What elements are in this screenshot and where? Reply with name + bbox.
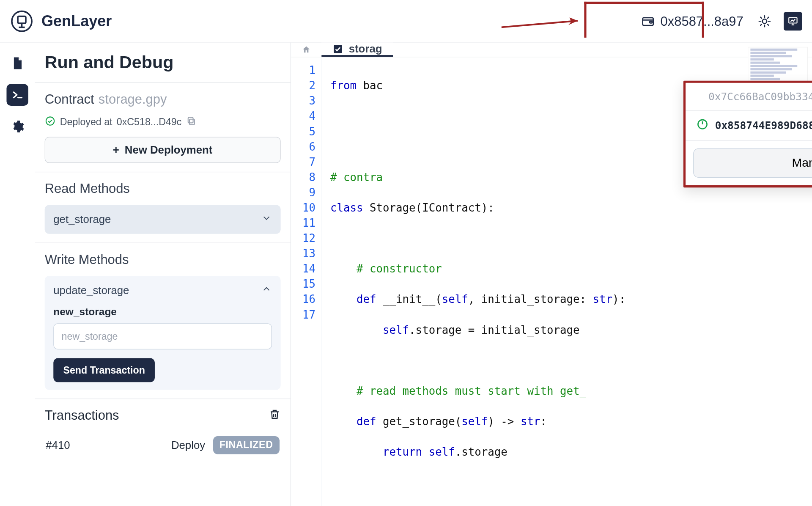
copy-icon[interactable]	[186, 116, 197, 129]
home-tab[interactable]	[291, 43, 321, 57]
run-debug-rail-button[interactable]	[6, 84, 28, 106]
wallet-address-short: 0x8587...8a97	[661, 14, 743, 29]
svg-rect-22	[188, 117, 193, 123]
terminal-icon	[11, 88, 24, 102]
deployed-address: 0xC518...D49c	[117, 117, 181, 128]
account-address: 0x7Cc66BaC09bb3348094Ea2936a452CED015aAc…	[708, 91, 812, 102]
svg-line-14	[768, 17, 769, 18]
new-deployment-label: New Deployment	[125, 144, 213, 157]
code-editor: storag 1234567891011121314151617 from ba…	[291, 43, 812, 506]
read-methods-heading: Read Methods	[45, 181, 281, 196]
account-address: 0x858744E989D688C5f02ec2388342cc34Edf88a…	[715, 119, 812, 131]
power-icon	[697, 118, 708, 133]
send-transaction-button[interactable]: Send Transaction	[53, 358, 155, 382]
transaction-status-badge: FINALIZED	[213, 436, 280, 454]
svg-line-11	[760, 17, 762, 18]
run-debug-panel: Run and Debug Contract storage.gpy Deplo…	[35, 43, 291, 506]
line-gutter: 1234567891011121314151617	[291, 57, 321, 506]
account-row[interactable]: 0x7Cc66BaC09bb3348094Ea2936a452CED015aAc…	[686, 83, 812, 111]
plus-icon: +	[113, 144, 119, 157]
settings-rail-button[interactable]	[6, 116, 28, 138]
contract-label: Contract	[45, 91, 94, 107]
presentation-button[interactable]	[784, 12, 802, 30]
files-rail-button[interactable]	[6, 52, 28, 74]
transactions-heading: Transactions	[45, 408, 119, 423]
file-icon	[10, 56, 25, 71]
transaction-id: #410	[46, 439, 70, 451]
svg-rect-1	[18, 16, 26, 23]
write-method-row[interactable]: update_storage	[53, 283, 272, 297]
home-icon	[302, 44, 311, 55]
code-content[interactable]: from bac # contra class Storage(IContrac…	[321, 57, 691, 506]
chevron-up-icon	[261, 283, 272, 297]
file-tab[interactable]: storag	[321, 43, 393, 57]
svg-point-20	[46, 117, 54, 125]
write-methods-heading: Write Methods	[45, 252, 281, 267]
check-icon	[45, 116, 56, 129]
param-input[interactable]	[53, 323, 272, 349]
write-method-name: update_storage	[53, 284, 129, 297]
account-row[interactable]: 0x858744E989D688C5f02ec2388342cc34Edf88a…	[686, 111, 812, 141]
wallet-icon	[641, 14, 655, 28]
brand-logo-icon	[10, 9, 34, 33]
manage-accounts-button[interactable]: Manage accounts	[693, 148, 812, 178]
app-header: GenLayer 0x8587...8a97	[0, 0, 812, 43]
contract-filename: storage.gpy	[99, 91, 167, 107]
svg-rect-5	[650, 21, 652, 23]
checkbox-icon	[332, 43, 343, 54]
accounts-popover: 0x7Cc66BaC09bb3348094Ea2936a452CED015aAc…	[683, 81, 812, 188]
activity-rail	[0, 43, 35, 506]
wallet-button[interactable]: 0x8587...8a97	[635, 10, 749, 32]
new-deployment-button[interactable]: + New Deployment	[45, 137, 281, 163]
file-tab-label: storag	[349, 43, 382, 55]
transaction-row[interactable]: #410 Deploy FINALIZED	[45, 436, 281, 454]
svg-point-0	[12, 11, 32, 31]
deployed-label: Deployed at	[60, 117, 112, 128]
gear-icon	[10, 119, 25, 134]
brand-name: GenLayer	[41, 12, 112, 30]
read-method-row[interactable]: get_storage	[45, 205, 281, 234]
svg-line-13	[760, 24, 762, 25]
chevron-down-icon	[261, 213, 272, 226]
transaction-type: Deploy	[171, 439, 205, 451]
svg-rect-21	[189, 119, 195, 125]
presentation-icon	[787, 16, 798, 27]
svg-line-12	[768, 24, 769, 25]
theme-toggle-button[interactable]	[755, 12, 774, 30]
sun-icon	[758, 14, 771, 28]
panel-title: Run and Debug	[35, 43, 290, 82]
clear-transactions-button[interactable]	[269, 408, 280, 423]
read-method-name: get_storage	[53, 213, 111, 226]
trash-icon	[269, 408, 280, 420]
param-label: new_storage	[53, 306, 272, 318]
svg-point-6	[763, 19, 767, 23]
